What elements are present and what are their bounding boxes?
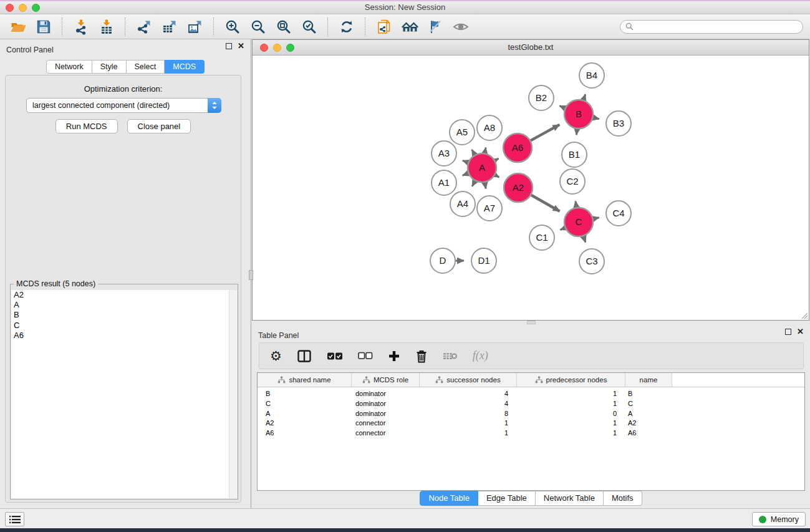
close-window-button[interactable] [6, 4, 14, 12]
cell-mcds-role[interactable]: connector [352, 428, 420, 438]
graph-node-A4[interactable]: A4 [450, 191, 475, 216]
cell-successor-nodes[interactable]: 4 [420, 399, 517, 409]
graph-node-D[interactable]: D [430, 248, 455, 273]
maximize-window-button[interactable] [32, 4, 40, 12]
table-row[interactable]: A6connector11A6 [258, 428, 804, 438]
show-column-button[interactable] [297, 349, 312, 363]
home-view-button[interactable] [398, 16, 421, 37]
cell-name[interactable]: C [625, 399, 672, 409]
cell-shared-name[interactable]: A2 [258, 418, 352, 428]
close-panel-icon[interactable]: ✕ [238, 43, 244, 49]
cell-predecessor-nodes[interactable]: 1 [517, 418, 625, 428]
graph-edge-C-C1[interactable] [561, 228, 565, 230]
zoom-in-button[interactable] [221, 16, 244, 37]
graph-edge-A-A8[interactable] [485, 148, 486, 153]
table-settings-button[interactable]: ⚙ [270, 349, 282, 363]
graph-node-A6[interactable]: A6 [503, 133, 532, 162]
graph-node-D1[interactable]: D1 [471, 248, 496, 273]
delete-entry-button[interactable] [415, 349, 428, 363]
graph-node-B4[interactable]: B4 [579, 63, 604, 88]
tab-node-table[interactable]: Node Table [420, 491, 478, 506]
search-box[interactable] [620, 20, 803, 34]
export-network-button[interactable] [132, 16, 155, 37]
select-all-button[interactable] [327, 352, 343, 360]
cell-name[interactable]: A [625, 409, 672, 419]
tab-style[interactable]: Style [92, 60, 127, 74]
column-header-successor-nodes[interactable]: successor nodes [420, 373, 517, 387]
column-header-mcds-role[interactable]: MCDS role [352, 373, 420, 387]
resize-gripper-icon[interactable] [800, 311, 808, 319]
cell-predecessor-nodes[interactable]: 1 [517, 428, 625, 438]
open-file-button[interactable] [6, 16, 29, 37]
cell-successor-nodes[interactable]: 1 [420, 428, 517, 438]
column-header-name[interactable]: name [625, 373, 672, 387]
graph-node-A2[interactable]: A2 [504, 173, 533, 202]
tab-select[interactable]: Select [127, 60, 165, 74]
minimize-window-button[interactable] [19, 4, 27, 12]
cell-successor-nodes[interactable]: 8 [420, 409, 517, 419]
graph-node-B1[interactable]: B1 [562, 142, 587, 167]
cell-shared-name[interactable]: A [258, 409, 352, 419]
graph-node-B2[interactable]: B2 [529, 85, 554, 110]
graph-edge-A-A4[interactable] [472, 181, 475, 186]
network-maximize-button[interactable] [286, 44, 294, 52]
save-session-button[interactable] [32, 16, 55, 37]
graph-node-C2[interactable]: C2 [560, 169, 585, 194]
cell-predecessor-nodes[interactable]: 1 [517, 399, 625, 409]
tab-network-table[interactable]: Network Table [536, 491, 604, 506]
graph-edge-A-A7[interactable] [485, 183, 486, 189]
cell-predecessor-nodes[interactable]: 0 [517, 409, 625, 419]
graph-edge-A-A3[interactable] [463, 160, 468, 162]
graph-node-B[interactable]: B [564, 100, 593, 128]
result-item[interactable]: A [11, 300, 237, 310]
table-row[interactable]: A2connector11A2 [258, 418, 804, 428]
network-window-titlebar[interactable]: testGlobe.txt [253, 40, 809, 56]
zoom-out-button[interactable] [246, 16, 269, 37]
tab-motifs[interactable]: Motifs [604, 491, 642, 506]
cell-mcds-role[interactable]: connector [352, 418, 420, 428]
result-item[interactable]: A2 [11, 290, 237, 300]
result-item[interactable]: B [11, 310, 237, 320]
result-item[interactable]: A6 [11, 331, 237, 341]
cell-predecessor-nodes[interactable]: 1 [517, 389, 625, 399]
network-canvas[interactable]: B4B2BB3A8A5A6A3B1AA1C2A2A4A7C4CC1C3DD1 [253, 56, 809, 320]
cell-name[interactable]: A2 [625, 418, 672, 428]
table-row[interactable]: Adominator80A [258, 409, 804, 419]
graph-edge-A-A2[interactable] [495, 175, 499, 178]
duplicate-network-button[interactable] [372, 16, 395, 37]
refresh-layout-button[interactable] [335, 16, 358, 37]
export-image-button[interactable] [183, 16, 206, 37]
tab-mcds[interactable]: MCDS [165, 60, 205, 74]
graph-edge-B-B1[interactable] [576, 129, 577, 135]
cell-shared-name[interactable]: C [258, 399, 352, 409]
optimization-criterion-dropdown[interactable]: largest connected component (directed) [26, 98, 221, 113]
graph-edge-A2-C[interactable] [531, 195, 560, 211]
graph-edge-C-C2[interactable] [576, 201, 577, 208]
cell-successor-nodes[interactable]: 1 [420, 418, 517, 428]
show-graphics-details-button[interactable] [449, 16, 472, 37]
float-table-panel-icon[interactable] [785, 329, 791, 335]
graph-node-B3[interactable]: B3 [606, 111, 631, 136]
deselect-all-button[interactable] [358, 352, 373, 360]
cell-mcds-role[interactable]: dominator [352, 409, 420, 419]
result-list-scrollbar[interactable] [229, 290, 237, 498]
import-table-button[interactable] [95, 16, 118, 37]
cell-name[interactable]: B [625, 389, 672, 399]
cell-shared-name[interactable]: B [258, 389, 352, 399]
graph-edge-A6-B[interactable] [531, 125, 559, 141]
graph-node-A[interactable]: A [468, 153, 496, 182]
close-panel-button[interactable]: Close panel [127, 119, 191, 133]
vertical-splitter-handle[interactable] [249, 270, 253, 280]
graph-node-A1[interactable]: A1 [432, 170, 456, 195]
memory-button[interactable]: Memory [752, 512, 806, 526]
import-network-button[interactable] [69, 16, 92, 37]
function-builder-button[interactable]: f(x) [473, 349, 488, 362]
graph-node-A8[interactable]: A8 [477, 115, 502, 140]
graph-edge-C-C4[interactable] [593, 218, 599, 219]
table-row[interactable]: Cdominator41C [258, 399, 804, 409]
cell-name[interactable]: A6 [625, 428, 672, 438]
graph-edge-B-B4[interactable] [584, 94, 586, 100]
tab-network[interactable]: Network [46, 60, 92, 74]
graph-edge-B-B3[interactable] [593, 118, 599, 119]
graph-node-A3[interactable]: A3 [432, 141, 456, 166]
